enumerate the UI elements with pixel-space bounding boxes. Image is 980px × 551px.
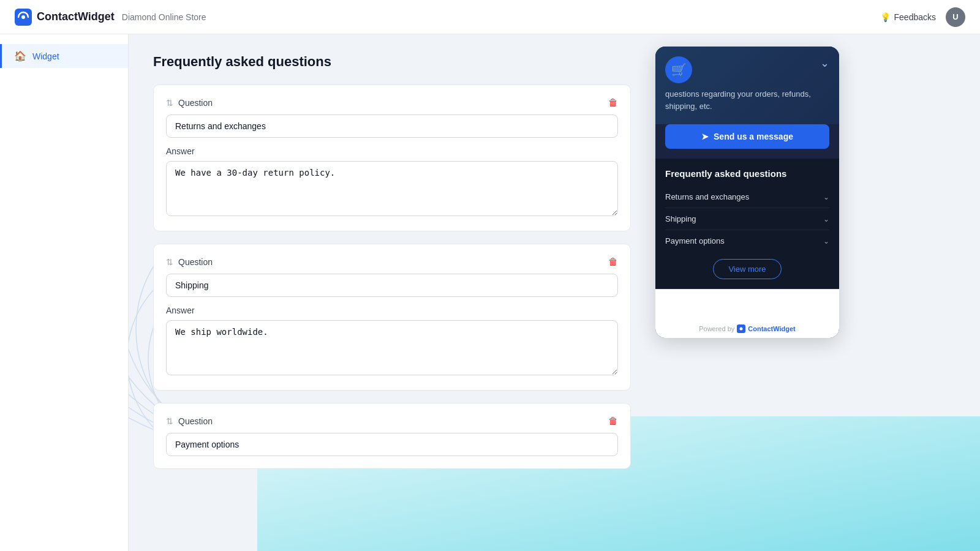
topnav-left: ContactWidget Diamond Online Store — [15, 9, 206, 26]
send-icon: ➤ — [701, 132, 709, 141]
question-header-2: ⇅ Question 🗑 — [166, 257, 618, 268]
question-header-1: ⇅ Question 🗑 — [166, 97, 618, 108]
delete-button-3[interactable]: 🗑 — [608, 416, 618, 427]
faq-item-1[interactable]: Returns and exchanges ⌄ — [665, 186, 829, 208]
question-block-3: ⇅ Question 🗑 — [153, 403, 631, 469]
main-layout: 🏠 Widget Frequently asked questions ⇅ — [0, 34, 980, 551]
sidebar-item-widget[interactable]: 🏠 Widget — [0, 44, 128, 68]
preview-panel: 🛒 questions regarding your orders, refun… — [655, 34, 851, 551]
faq-chevron-1: ⌄ — [823, 193, 829, 201]
answer-label-1: Answer — [166, 146, 618, 156]
drag-icon-3[interactable]: ⇅ — [166, 416, 173, 426]
topnav: ContactWidget Diamond Online Store 💡 Fee… — [0, 0, 980, 34]
question-label-row-2: ⇅ Question — [166, 257, 213, 267]
widget-card: 🛒 questions regarding your orders, refun… — [655, 47, 839, 338]
logo-icon — [15, 9, 32, 26]
topnav-right: 💡 Feedbacks U — [880, 7, 965, 27]
powered-by-text: Powered by — [699, 325, 734, 332]
question-input-1[interactable] — [166, 114, 618, 138]
store-name: Diamond Online Store — [122, 12, 206, 22]
question-header-3: ⇅ Question 🗑 — [166, 416, 618, 427]
widget-avatar: 🛒 — [665, 56, 692, 83]
drag-icon-2[interactable]: ⇅ — [166, 257, 173, 267]
faq-item-text-1: Returns and exchanges — [665, 192, 749, 201]
question-block-1: ⇅ Question 🗑 Answer We have a 30-day ret… — [153, 84, 631, 231]
user-initials: U — [952, 12, 958, 21]
question-label-2: Question — [178, 257, 213, 267]
feedbacks-button[interactable]: 💡 Feedbacks — [880, 12, 936, 22]
question-input-3[interactable] — [166, 433, 618, 456]
faq-item-2[interactable]: Shipping ⌄ — [665, 208, 829, 230]
send-message-label: Send us a message — [714, 132, 793, 141]
question-label-1: Question — [178, 98, 213, 108]
sidebar: 🏠 Widget — [0, 34, 129, 551]
question-block-2: ⇅ Question 🗑 Answer We ship worldwide. — [153, 244, 631, 391]
answer-label-2: Answer — [166, 305, 618, 315]
view-more-button[interactable]: View more — [713, 259, 781, 279]
widget-header: 🛒 questions regarding your orders, refun… — [655, 47, 839, 124]
question-label-row-3: ⇅ Question — [166, 416, 213, 426]
page-title: Frequently asked questions — [153, 54, 631, 70]
svg-point-3 — [740, 328, 743, 331]
widget-header-content: 🛒 questions regarding your orders, refun… — [665, 56, 820, 117]
faq-chevron-2: ⌄ — [823, 215, 829, 223]
widget-collapse-icon[interactable]: ⌄ — [820, 56, 829, 70]
user-avatar[interactable]: U — [946, 7, 965, 27]
widget-input-area — [655, 289, 839, 320]
answer-textarea-2[interactable]: We ship worldwide. — [166, 320, 618, 375]
widget-header-text: questions regarding your orders, refunds… — [665, 88, 820, 117]
powered-logo-icon — [737, 324, 745, 333]
powered-brand: ContactWidget — [748, 325, 796, 332]
feedbacks-label: Feedbacks — [894, 12, 936, 22]
widget-faq-title: Frequently asked questions — [665, 168, 829, 179]
question-label-row-1: ⇅ Question — [166, 98, 213, 108]
delete-button-2[interactable]: 🗑 — [608, 257, 618, 268]
delete-button-1[interactable]: 🗑 — [608, 97, 618, 108]
svg-point-1 — [21, 15, 25, 19]
faq-chevron-3: ⌄ — [823, 237, 829, 246]
logo-text: ContactWidget — [37, 10, 115, 23]
send-message-button[interactable]: ➤ Send us a message — [665, 124, 829, 149]
answer-textarea-1[interactable]: We have a 30-day return policy. — [166, 161, 618, 216]
form-area: Frequently asked questions ⇅ Question 🗑 … — [129, 34, 655, 551]
content-area: Frequently asked questions ⇅ Question 🗑 … — [129, 34, 980, 551]
widget-powered: Powered by ContactWidget — [655, 320, 839, 338]
home-icon: 🏠 — [14, 50, 26, 62]
widget-faq-section: Frequently asked questions Returns and e… — [655, 159, 839, 289]
question-input-2[interactable] — [166, 274, 618, 297]
view-more-label: View more — [728, 264, 766, 274]
faq-item-text-3: Payment options — [665, 236, 725, 246]
feedbacks-icon: 💡 — [880, 12, 891, 22]
drag-icon-1[interactable]: ⇅ — [166, 98, 173, 108]
sidebar-item-label: Widget — [32, 51, 59, 61]
cart-icon: 🛒 — [671, 62, 687, 77]
faq-item-text-2: Shipping — [665, 214, 696, 223]
question-label-3: Question — [178, 416, 213, 426]
faq-item-3[interactable]: Payment options ⌄ — [665, 230, 829, 252]
logo[interactable]: ContactWidget — [15, 9, 115, 26]
